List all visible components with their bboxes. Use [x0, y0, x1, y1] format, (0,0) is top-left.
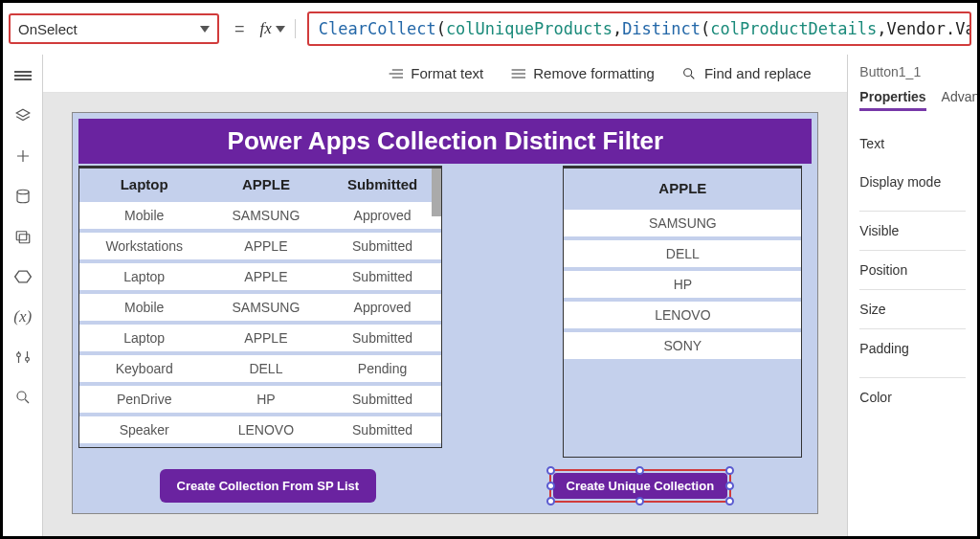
table-cell: SAMSUNG [209, 202, 323, 231]
table-cell: HP [564, 271, 801, 300]
flow-icon[interactable] [13, 267, 33, 286]
selection-handle[interactable] [546, 466, 555, 475]
remove-formatting-label: Remove formatting [533, 65, 655, 81]
variables-icon[interactable]: (x) [13, 307, 33, 326]
svg-point-0 [17, 190, 29, 194]
formula-token: Distinct [622, 19, 701, 38]
table-cell: APPLE [564, 170, 801, 208]
scrollbar[interactable] [432, 168, 441, 216]
selection-handle[interactable] [725, 482, 734, 490]
find-replace-label: Find and replace [704, 65, 812, 81]
properties-panel: Button1_1 Properties Advance TextDisplay… [847, 55, 977, 536]
create-unique-collection-button[interactable]: Create Unique Collection [553, 473, 728, 499]
table-cell: SAMSUNG [564, 210, 801, 238]
unique-products-table[interactable]: APPLESAMSUNGDELLHPLENOVOSONY [564, 168, 801, 363]
table-row[interactable]: DELL [564, 240, 801, 269]
table-cell: APPLE [209, 233, 323, 261]
format-text-button[interactable]: Format text [388, 65, 483, 81]
table-cell: Laptop [79, 325, 209, 353]
property-row[interactable]: Position [859, 250, 966, 289]
fx-icon: fx [260, 19, 272, 38]
fx-dropdown[interactable]: fx [260, 19, 296, 38]
table-header[interactable]: Laptop [79, 170, 209, 200]
control-name: Button1_1 [859, 64, 966, 79]
table-cell: SAMSUNG [209, 294, 323, 323]
table-cell: APPLE [209, 263, 323, 292]
equals-label: = [229, 19, 251, 39]
table-row[interactable]: LENOVO [564, 302, 801, 330]
property-row[interactable]: Size [859, 289, 966, 328]
product-details-table[interactable]: LaptopAPPLESubmittedMobileSAMSUNGApprove… [79, 168, 441, 447]
search-icon[interactable] [13, 388, 33, 407]
svg-point-6 [684, 68, 692, 76]
table-row[interactable]: PenDriveHPSubmitted [79, 386, 441, 415]
table-cell: DELL [564, 240, 801, 269]
table-row[interactable]: KeyboardDELLPending [79, 355, 441, 384]
table-row[interactable]: HP [564, 271, 801, 300]
find-replace-button[interactable]: Find and replace [681, 65, 812, 81]
format-text-label: Format text [411, 65, 483, 81]
table-cell: Submitted [323, 416, 442, 445]
table-header[interactable]: Submitted [323, 170, 442, 200]
selection-handle[interactable] [546, 497, 555, 505]
selection-handle[interactable] [635, 466, 644, 475]
selection-handle[interactable] [546, 482, 555, 490]
svg-point-3 [16, 353, 20, 357]
table-cell: LENOVO [564, 302, 801, 330]
table-cell: Approved [323, 294, 442, 323]
table-row[interactable]: LaptopAPPLESubmitted [79, 325, 441, 353]
table-row[interactable]: LaptopAPPLESubmitted [79, 263, 441, 292]
property-row[interactable]: Color [859, 377, 966, 416]
property-row[interactable]: Display mode [859, 163, 966, 201]
table-cell: Laptop [79, 263, 209, 292]
table-cell: LENOVO [209, 416, 323, 445]
table-cell: Approved [323, 202, 442, 231]
create-collection-button[interactable]: Create Collection From SP List [160, 469, 376, 503]
table-cell: SONY [564, 332, 801, 361]
property-row[interactable]: Text [859, 124, 966, 163]
table-row[interactable]: SONY [564, 332, 801, 361]
selection-handle[interactable] [725, 497, 734, 505]
property-row[interactable]: Visible [859, 211, 966, 250]
table-row[interactable]: WorkstationsAPPLESubmitted [79, 233, 441, 261]
table-header[interactable]: APPLE [209, 170, 323, 200]
property-row[interactable]: Padding [859, 328, 966, 368]
formula-toolbar: Format text Remove formatting Find and r… [43, 55, 847, 93]
tab-advanced[interactable]: Advance [942, 89, 977, 111]
selection-handle[interactable] [635, 497, 644, 505]
property-selector-value: OnSelect [18, 21, 78, 37]
svg-rect-1 [16, 232, 27, 240]
selection-handle[interactable] [725, 466, 734, 475]
formula-bar[interactable]: ClearCollect(colUniqueProducts,Distinct(… [307, 11, 971, 46]
table-row[interactable]: SAMSUNG [564, 210, 801, 238]
tools-icon[interactable] [13, 348, 33, 367]
table-row[interactable]: MobileSAMSUNGApproved [79, 294, 441, 323]
chevron-down-icon [276, 26, 285, 33]
tab-properties[interactable]: Properties [859, 89, 925, 111]
layers-icon[interactable] [13, 106, 33, 125]
table-row[interactable]: APPLE [564, 170, 801, 208]
formula-token: ( [701, 19, 710, 38]
property-selector[interactable]: OnSelect [9, 13, 219, 44]
table-cell: Submitted [323, 263, 442, 292]
formula-token: ,Vendor.Value)) [877, 19, 971, 38]
chevron-down-icon [200, 26, 210, 33]
data-icon[interactable] [13, 187, 33, 206]
table-cell: Mobile [79, 294, 209, 323]
plus-icon[interactable] [13, 146, 33, 166]
table-cell: Submitted [323, 386, 442, 415]
table-cell: PenDrive [79, 386, 209, 415]
remove-formatting-button[interactable]: Remove formatting [510, 65, 655, 81]
svg-rect-2 [19, 235, 30, 243]
canvas[interactable]: Power Apps Collection Distinct Filter La… [72, 112, 818, 514]
table-cell: HP [209, 386, 323, 415]
table-cell: Speaker [79, 416, 209, 445]
svg-point-5 [17, 392, 26, 400]
menu-icon[interactable] [13, 66, 33, 85]
table-cell: APPLE [209, 325, 323, 353]
table-row[interactable]: MobileSAMSUNGApproved [79, 202, 441, 231]
table-row[interactable]: SpeakerLENOVOSubmitted [79, 416, 441, 445]
canvas-title: Power Apps Collection Distinct Filter [78, 119, 812, 164]
media-icon[interactable] [13, 227, 33, 246]
table-cell: Mobile [79, 202, 209, 231]
